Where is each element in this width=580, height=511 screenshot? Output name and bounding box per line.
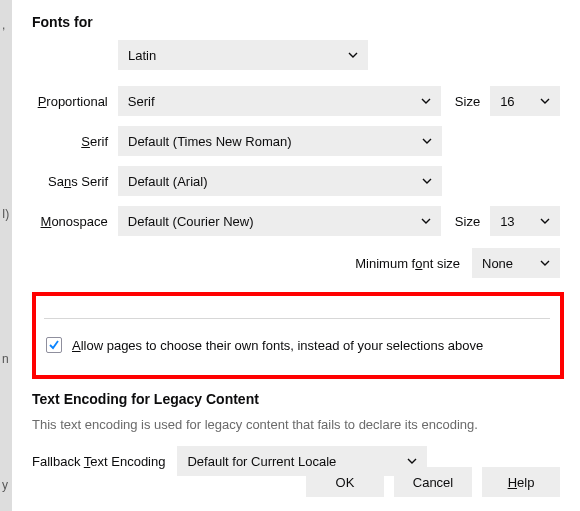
allow-pages-label: Allow pages to choose their own fonts, i… bbox=[72, 338, 483, 353]
chevron-down-icon bbox=[422, 178, 432, 184]
dialog-buttons: OK Cancel Help bbox=[306, 467, 560, 497]
proportional-size-select[interactable]: 16 bbox=[490, 86, 560, 116]
fonts-for-value: Latin bbox=[128, 48, 156, 63]
mono-label: Monospace bbox=[32, 214, 118, 229]
mono-size-value: 13 bbox=[500, 214, 514, 229]
proportional-value: Serif bbox=[128, 94, 155, 109]
mono-select[interactable]: Default (Courier New) bbox=[118, 206, 441, 236]
min-font-select[interactable]: None bbox=[472, 248, 560, 278]
proportional-row: Proportional Serif Size 16 bbox=[32, 86, 560, 116]
sans-select[interactable]: Default (Arial) bbox=[118, 166, 442, 196]
chevron-down-icon bbox=[422, 138, 432, 144]
chevron-down-icon bbox=[540, 98, 550, 104]
mono-value: Default (Courier New) bbox=[128, 214, 254, 229]
proportional-size-value: 16 bbox=[500, 94, 514, 109]
min-font-value: None bbox=[482, 256, 513, 271]
stray-text: , bbox=[2, 18, 5, 32]
serif-label: Serif bbox=[32, 134, 118, 149]
highlight-box: Allow pages to choose their own fonts, i… bbox=[32, 292, 564, 379]
chevron-down-icon bbox=[540, 260, 550, 266]
help-button[interactable]: Help bbox=[482, 467, 560, 497]
chevron-down-icon bbox=[348, 52, 358, 58]
fonts-for-heading: Fonts for bbox=[32, 14, 560, 30]
serif-value: Default (Times New Roman) bbox=[128, 134, 292, 149]
encoding-desc: This text encoding is used for legacy co… bbox=[32, 417, 560, 432]
left-strip bbox=[0, 0, 12, 511]
chevron-down-icon bbox=[421, 218, 431, 224]
proportional-select[interactable]: Serif bbox=[118, 86, 441, 116]
proportional-label: Proportional bbox=[32, 94, 118, 109]
fallback-label: Fallback Text Encoding bbox=[32, 454, 165, 469]
serif-select[interactable]: Default (Times New Roman) bbox=[118, 126, 442, 156]
mono-size-select[interactable]: 13 bbox=[490, 206, 560, 236]
sans-value: Default (Arial) bbox=[128, 174, 207, 189]
chevron-down-icon bbox=[421, 98, 431, 104]
stray-text: y bbox=[2, 478, 8, 492]
fonts-dialog: Fonts for Latin Proportional Serif Size … bbox=[12, 0, 580, 511]
allow-pages-row: Allow pages to choose their own fonts, i… bbox=[44, 337, 550, 353]
sans-row: Sans Serif Default (Arial) bbox=[32, 166, 560, 196]
fonts-for-row: Latin bbox=[32, 40, 560, 70]
chevron-down-icon bbox=[407, 458, 417, 464]
serif-row: Serif Default (Times New Roman) bbox=[32, 126, 560, 156]
cancel-button[interactable]: Cancel bbox=[394, 467, 472, 497]
size-label: Size bbox=[455, 214, 480, 229]
mono-row: Monospace Default (Courier New) Size 13 bbox=[32, 206, 560, 236]
min-font-row: Minimum font size None bbox=[32, 248, 560, 278]
stray-text: n bbox=[2, 352, 9, 366]
allow-pages-checkbox[interactable] bbox=[46, 337, 62, 353]
separator bbox=[44, 318, 550, 319]
size-label: Size bbox=[455, 94, 480, 109]
encoding-heading: Text Encoding for Legacy Content bbox=[32, 391, 560, 407]
chevron-down-icon bbox=[540, 218, 550, 224]
check-icon bbox=[48, 339, 60, 351]
ok-button[interactable]: OK bbox=[306, 467, 384, 497]
sans-label: Sans Serif bbox=[32, 174, 118, 189]
fonts-for-select[interactable]: Latin bbox=[118, 40, 368, 70]
min-font-label: Minimum font size bbox=[355, 256, 460, 271]
stray-text: I) bbox=[2, 207, 9, 221]
